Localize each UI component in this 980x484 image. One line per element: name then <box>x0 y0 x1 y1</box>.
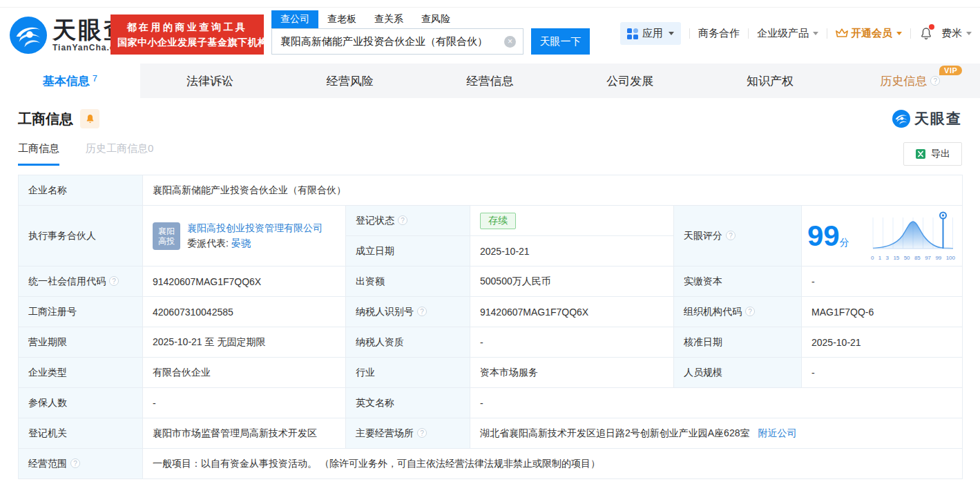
registration-authority-value: 襄阳市市场监督管理局高新技术开发区 <box>143 418 346 449</box>
chevron-down-icon <box>896 32 902 35</box>
tab-operating-info[interactable]: 经营信息 <box>420 64 560 98</box>
help-icon[interactable]: ? <box>70 458 80 468</box>
search-area: 查公司 查老板 查关系 查风险 × 天眼一下 <box>271 10 590 55</box>
table-row: 经营范围? 一般项目：以自有资金从事投资活动。 （除许可业务外，可自主依法经营法… <box>19 449 963 479</box>
field-label: 主要经营场所? <box>346 418 470 449</box>
field-label: 统一社会信用代码? <box>19 267 143 297</box>
business-info-table: 企业名称 襄阳高新储能产业投资合伙企业（有限合伙） 执行事务合伙人 襄阳 高投 … <box>18 175 963 479</box>
help-icon[interactable]: ? <box>930 76 940 86</box>
registration-number-value: 420607310042585 <box>143 297 346 327</box>
monitor-bell-button[interactable] <box>80 109 99 128</box>
tab-label: 经营信息 <box>467 73 514 89</box>
slogan-line2: 国家中小企业发展子基金旗下机构 <box>117 35 257 50</box>
field-label: 经营范围? <box>19 449 143 479</box>
tab-operating-risk[interactable]: 经营风险 <box>280 64 420 98</box>
divider <box>910 28 911 39</box>
delegate-line: 委派代表: 晏骁 <box>187 238 323 250</box>
search-input[interactable] <box>272 29 500 54</box>
chevron-down-icon <box>813 32 818 35</box>
score-axis-ticks: 0131550859799100 <box>871 255 955 261</box>
tab-intellectual-property[interactable]: 知识产权 <box>700 64 840 98</box>
help-icon[interactable]: ? <box>417 307 427 316</box>
english-name-value: - <box>470 388 963 418</box>
nav-user-menu[interactable]: 费米 <box>941 27 972 40</box>
section-title: 工商信息 <box>18 110 73 128</box>
search-tab-risk[interactable]: 查风险 <box>412 10 459 28</box>
tab-label: 基本信息 <box>43 73 90 89</box>
tab-label: 经营风险 <box>327 73 374 89</box>
header: 天眼查 TianYanCha.com 都在用的商业查询工具 国家中小企业发展子基… <box>0 0 980 64</box>
watermark-text: 天眼查 <box>914 109 962 128</box>
search-button[interactable]: 天眼一下 <box>531 28 590 55</box>
slogan-line1: 都在用的商业查询工具 <box>117 19 257 35</box>
company-type-value: 有限合伙企业 <box>143 358 346 388</box>
partner-company-link[interactable]: 襄阳高投创业投资管理有限公司 <box>187 222 323 235</box>
help-icon[interactable]: ? <box>417 428 427 438</box>
tab-label: 知识产权 <box>747 73 794 89</box>
notification-dot <box>929 24 934 30</box>
field-label: 登记状态? <box>346 206 470 236</box>
field-label: 实缴资本 <box>674 267 802 297</box>
help-icon[interactable]: ? <box>398 215 407 225</box>
apps-menu[interactable]: 应用 <box>620 22 681 45</box>
help-icon[interactable]: ? <box>726 231 736 240</box>
tab-label: 公司发展 <box>606 73 653 89</box>
tab-label: 历史信息 <box>880 73 927 89</box>
delegate-name-link[interactable]: 晏骁 <box>231 238 251 249</box>
clear-icon[interactable]: × <box>504 36 516 48</box>
taxpayer-quality-value: - <box>470 327 674 358</box>
tab-history-info[interactable]: VIP 历史信息 ? <box>840 64 980 98</box>
executive-partner-cell: 襄阳 高投 襄阳高投创业投资管理有限公司 委派代表: 晏骁 <box>143 206 346 267</box>
field-label: 人员规模 <box>674 358 802 388</box>
main-content: 工商信息 天眼查 工商信息 历史工商信息0 <box>0 98 980 479</box>
paid-capital-value: - <box>802 267 963 297</box>
nearby-companies-link[interactable]: 附近公司 <box>758 427 796 438</box>
field-label: 企业类型 <box>19 358 143 388</box>
tab-company-development[interactable]: 公司发展 <box>560 64 700 98</box>
nav-enterprise-label: 企业级产品 <box>757 27 809 40</box>
taxpayer-id-value: 91420607MAG1F7QQ6X <box>470 297 674 327</box>
table-row: 执行事务合伙人 襄阳 高投 襄阳高投创业投资管理有限公司 委派代表: 晏骁 <box>19 206 963 236</box>
staff-size-value: - <box>802 358 963 388</box>
table-row: 参保人数 - 英文名称 - <box>19 388 963 418</box>
business-scope-value: 一般项目：以自有资金从事投资活动。 （除许可业务外，可自主依法经营法律法规非禁止… <box>143 449 963 479</box>
nav-enterprise-products[interactable]: 企业级产品 <box>757 27 818 40</box>
tianyan-score-cell: 99分 <box>802 206 963 267</box>
help-icon[interactable]: ? <box>745 307 755 316</box>
table-row: 工商注册号 420607310042585 纳税人识别号? 91420607MA… <box>19 297 963 327</box>
subtab-business-info[interactable]: 工商信息 <box>18 142 59 166</box>
org-code-value: MAG1F7QQ-6 <box>802 297 963 327</box>
export-button[interactable]: 导出 <box>903 142 962 166</box>
chevron-down-icon <box>669 32 674 35</box>
username: 费米 <box>941 27 962 40</box>
field-label: 核准日期 <box>674 327 802 358</box>
tab-basic-info[interactable]: 基本信息 7 <box>0 64 140 98</box>
search-tab-boss[interactable]: 查老板 <box>318 10 365 28</box>
search-tab-relation[interactable]: 查关系 <box>365 10 412 28</box>
field-label: 登记机关 <box>19 418 143 449</box>
chevron-down-icon <box>966 32 972 35</box>
divider <box>748 28 749 39</box>
field-label: 纳税人资质 <box>346 327 470 358</box>
search-tab-company[interactable]: 查公司 <box>271 10 318 28</box>
tianyancha-logo-icon <box>10 17 47 54</box>
notification-bell-icon[interactable] <box>919 26 933 41</box>
field-label: 成立日期 <box>346 236 470 267</box>
subtab-history-business-info[interactable]: 历史工商信息0 <box>86 142 153 166</box>
delegate-label: 委派代表: <box>187 238 229 249</box>
field-label: 营业期限 <box>19 327 143 358</box>
help-icon[interactable]: ? <box>109 276 119 286</box>
tab-legal-proceedings[interactable]: 法律诉讼 <box>140 64 280 98</box>
business-term-value: 2025-10-21 至 无固定期限 <box>143 327 346 358</box>
company-name-value: 襄阳高新储能产业投资合伙企业（有限合伙） <box>143 175 963 206</box>
partner-avatar[interactable]: 襄阳 高投 <box>153 222 180 250</box>
field-label: 出资额 <box>346 267 470 297</box>
vip-badge: VIP <box>939 66 962 75</box>
nav-business-cooperation[interactable]: 商务合作 <box>698 27 740 40</box>
divider <box>689 28 690 39</box>
score-marker-pin <box>940 213 946 249</box>
score-distribution-chart: 0131550859799100 <box>871 211 957 261</box>
field-label: 工商注册号 <box>19 297 143 327</box>
score-value: 99分 <box>807 222 849 251</box>
nav-vip-membership[interactable]: 开通会员 <box>836 27 902 40</box>
